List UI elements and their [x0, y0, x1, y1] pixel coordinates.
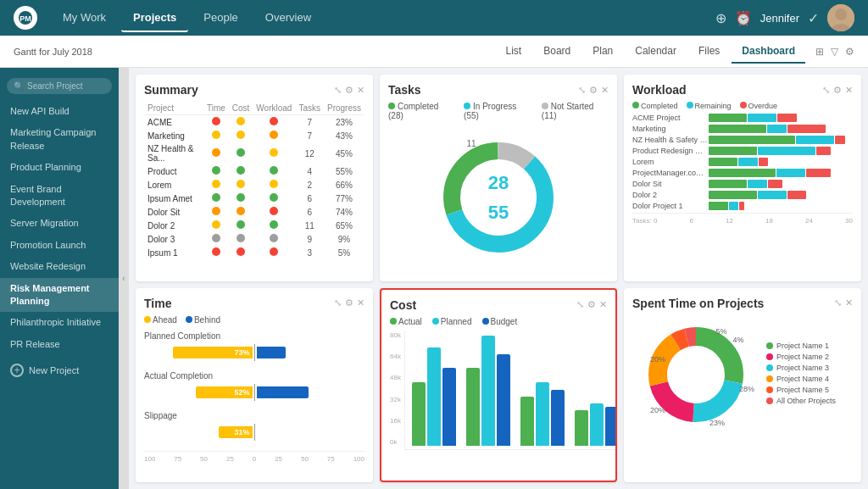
expand-icon[interactable]: ⤡: [822, 85, 830, 96]
legend-notstarted: Not Started (11): [542, 102, 609, 120]
table-row: Product 4 55%: [144, 164, 364, 178]
legend-overdue: Overdue: [740, 102, 778, 110]
filter-icon[interactable]: ▽: [831, 46, 838, 58]
nav-projects[interactable]: Projects: [121, 4, 188, 32]
tasks-header: Tasks ⤡ ⚙ ✕: [388, 83, 609, 97]
spent-legend: Project Name 1 Project Name 2 Project Na…: [766, 342, 836, 408]
sidebar-item-pr[interactable]: PR Release: [0, 334, 119, 355]
table-row: ACME 7 23%: [144, 115, 364, 130]
workload-row: NZ Health & Safety De...: [632, 136, 853, 144]
cost-group-4: [575, 403, 617, 446]
grid-icon[interactable]: ⊞: [815, 46, 824, 58]
settings-icon[interactable]: ⚙: [845, 46, 854, 58]
svg-text:PM: PM: [19, 14, 31, 23]
close-icon[interactable]: ✕: [601, 85, 609, 96]
time-title: Time: [144, 297, 171, 310]
close-icon[interactable]: ✕: [357, 85, 364, 96]
cost-widget: Cost ⤡ ⚙ ✕ Actual Planned Budget 80k 64k…: [380, 288, 617, 483]
svg-point-3: [835, 8, 847, 20]
planned-ahead-pct: 73%: [234, 348, 249, 357]
sidebar-item-promotion[interactable]: Promotion Launch: [0, 235, 119, 256]
close-icon[interactable]: ✕: [599, 299, 607, 310]
sidebar-item-website[interactable]: Website Redesign: [0, 256, 119, 277]
search-box[interactable]: 🔍: [7, 78, 112, 94]
table-row: Dolor 3 9 9%: [144, 232, 364, 246]
tasks-widget-icons: ⤡ ⚙ ✕: [578, 85, 609, 96]
new-project-button[interactable]: + New Project: [0, 358, 119, 382]
expand-icon[interactable]: ⤡: [576, 299, 584, 310]
sidebar-item-server[interactable]: Server Migration: [0, 213, 119, 234]
sidebar-item-marketing[interactable]: Marketing Campaign Release: [0, 122, 119, 157]
gantt-label: Gantt for July 2018: [14, 47, 92, 57]
legend-project-2: Project Name 2: [766, 353, 836, 361]
svg-text:20%: 20%: [650, 355, 665, 364]
settings-icon[interactable]: ⚙: [587, 299, 596, 310]
table-row: Dolor Sit 6 74%: [144, 205, 364, 219]
tasks-title: Tasks: [388, 83, 421, 97]
actual-ahead-pct: 52%: [234, 388, 249, 397]
workload-row: Dolor 2: [632, 191, 853, 199]
workload-widget-icons: ⤡ ⚙ ✕: [822, 85, 853, 96]
close-icon[interactable]: ✕: [357, 297, 364, 308]
planned-label: Planned Completion: [144, 331, 364, 341]
search-input[interactable]: [27, 81, 105, 91]
tab-list[interactable]: List: [496, 40, 532, 64]
tab-files[interactable]: Files: [688, 40, 730, 64]
close-icon[interactable]: ✕: [845, 297, 853, 308]
tasks-widget: Tasks ⤡ ⚙ ✕ Completed (28) In Progress (…: [380, 75, 617, 281]
sidebar-item-event-brand[interactable]: Event Brand Development: [0, 179, 119, 214]
workload-row: Dolor Sit: [632, 180, 853, 188]
workload-widget: Workload ⤡ ⚙ ✕ Completed Remaining Overd…: [624, 75, 861, 281]
workload-row: Lorem: [632, 158, 853, 166]
expand-icon[interactable]: ⤡: [578, 85, 586, 96]
slippage-label: Slippage: [144, 411, 364, 420]
close-icon[interactable]: ✕: [845, 85, 853, 96]
summary-header: Summary ⤡ ⚙ ✕: [144, 83, 364, 97]
sidebar-item-philanthropic[interactable]: Philanthropic Initiative: [0, 312, 119, 333]
settings-icon[interactable]: ⚙: [345, 297, 353, 308]
user-name: Jennifer: [760, 12, 799, 25]
workload-row: Dolor Project 1: [632, 202, 853, 210]
table-row: Ipsum Amet 6 77%: [144, 192, 364, 205]
expand-icon[interactable]: ⤡: [334, 85, 342, 96]
spent-time-header: Spent Time on Projects ⤡ ✕: [632, 297, 853, 310]
workload-title: Workload: [632, 83, 687, 97]
nav-items: My Work Projects People Overview: [51, 4, 715, 32]
spent-donut: 5% 4% 20% 28% 20% 23%: [632, 315, 760, 434]
tab-plan[interactable]: Plan: [582, 40, 623, 64]
new-project-label: New Project: [29, 365, 79, 375]
settings-icon[interactable]: ⚙: [345, 85, 353, 96]
nav-right: ⊕ ⏰ Jennifer ✓: [715, 4, 854, 31]
top-nav: PM My Work Projects People Overview ⊕ ⏰ …: [0, 0, 868, 36]
workload-header: Workload ⤡ ⚙ ✕: [632, 83, 853, 97]
settings-icon[interactable]: ⚙: [589, 85, 598, 96]
time-row-slippage: Slippage 31%: [144, 411, 364, 441]
table-row: NZ Health & Sa... 12 45%: [144, 142, 364, 164]
tab-board[interactable]: Board: [533, 40, 581, 64]
nav-overview[interactable]: Overview: [253, 4, 323, 32]
sidebar-item-product-planning[interactable]: Product Planning: [0, 157, 119, 178]
pm-logo: PM: [14, 6, 37, 30]
table-row: Dolor 2 11 65%: [144, 219, 364, 232]
table-row: Marketing 7 43%: [144, 129, 364, 142]
sidebar-collapse-handle[interactable]: ‹: [119, 68, 129, 489]
legend-actual: Actual: [390, 317, 422, 326]
table-row: Lorem 2 66%: [144, 178, 364, 192]
expand-icon[interactable]: ⤡: [834, 297, 842, 308]
settings-icon[interactable]: ⚙: [833, 85, 842, 96]
tab-dashboard[interactable]: Dashboard: [732, 40, 805, 64]
nav-people[interactable]: People: [192, 4, 249, 32]
legend-completed: Completed: [632, 102, 678, 110]
expand-icon[interactable]: ⤡: [334, 297, 342, 308]
tab-calendar[interactable]: Calendar: [625, 40, 687, 64]
sidebar-item-new-api[interactable]: New API Build: [0, 101, 119, 122]
dashboard: Summary ⤡ ⚙ ✕ Project Time Cost Workload…: [129, 68, 868, 489]
col-tasks: Tasks: [295, 102, 324, 115]
notifications-icon[interactable]: ⏰: [735, 10, 752, 26]
plus-icon: +: [10, 364, 24, 377]
nav-my-work[interactable]: My Work: [51, 4, 118, 32]
add-icon[interactable]: ⊕: [715, 10, 726, 26]
sidebar-item-risk[interactable]: Risk Management Planning: [0, 278, 119, 313]
search-icon: 🔍: [14, 81, 24, 91]
col-cost: Cost: [229, 102, 253, 115]
